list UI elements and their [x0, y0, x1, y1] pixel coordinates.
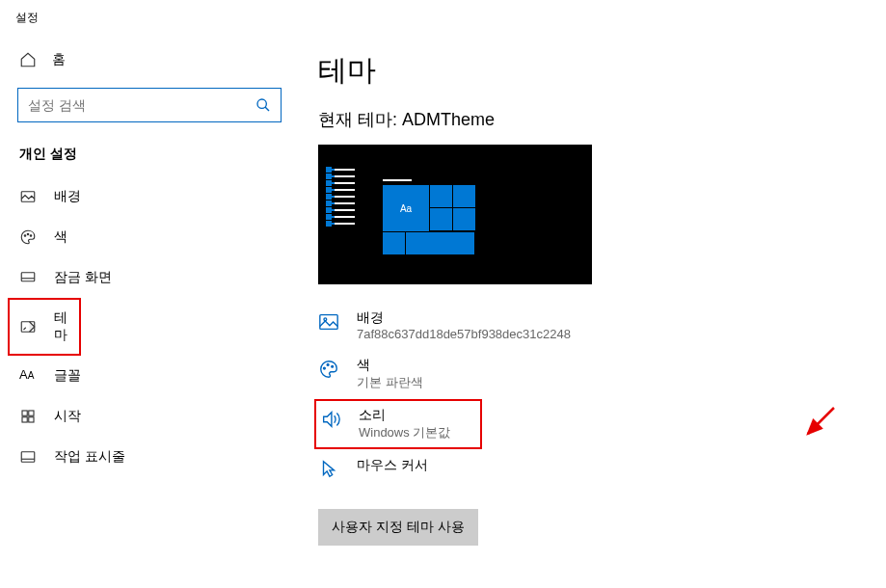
sidebar-item-label: 배경 — [54, 188, 81, 205]
palette-icon — [19, 228, 37, 246]
sidebar-item-lockscreen[interactable]: 잠금 화면 — [0, 257, 299, 298]
search-icon — [255, 97, 271, 113]
image-icon — [318, 311, 339, 333]
theme-option-background[interactable]: 배경 7af88c637dd18de57bf938dec31c2248 — [318, 302, 867, 349]
start-icon — [19, 408, 37, 425]
main-content: 테마 현재 테마: ADMTheme Aa — [299, 32, 886, 588]
sidebar-item-label: 테마 — [54, 309, 67, 344]
home-button[interactable]: 홈 — [0, 41, 299, 78]
svg-point-3 — [24, 235, 26, 237]
arrow-annotation — [800, 403, 839, 441]
svg-point-19 — [332, 365, 334, 367]
page-title: 테마 — [318, 51, 867, 91]
svg-rect-11 — [22, 417, 27, 422]
section-header: 개인 설정 — [0, 132, 299, 176]
font-icon: AA — [19, 367, 37, 385]
image-icon — [19, 188, 37, 205]
lock-screen-icon — [19, 269, 37, 286]
taskbar-icon — [19, 448, 37, 466]
sidebar-item-color[interactable]: 색 — [0, 217, 299, 257]
svg-point-4 — [27, 233, 29, 235]
svg-rect-15 — [320, 315, 337, 330]
sidebar-item-taskbar[interactable]: 작업 표시줄 — [0, 437, 299, 477]
sidebar-item-label: 잠금 화면 — [54, 269, 112, 286]
sidebar-item-label: 작업 표시줄 — [54, 448, 125, 466]
option-title: 배경 — [357, 309, 571, 327]
current-theme-label: 현재 테마: ADMTheme — [318, 108, 867, 131]
svg-point-18 — [327, 364, 329, 366]
svg-point-17 — [324, 367, 326, 369]
svg-point-0 — [257, 99, 266, 108]
option-title: 소리 — [359, 407, 450, 424]
theme-option-sound[interactable]: 소리 Windows 기본값 — [314, 399, 482, 449]
theme-preview: Aa — [318, 145, 592, 284]
theme-icon — [19, 318, 37, 335]
option-sub: 7af88c637dd18de57bf938dec31c2248 — [357, 327, 571, 341]
custom-theme-button[interactable]: 사용자 지정 테마 사용 — [318, 509, 478, 546]
svg-point-5 — [30, 235, 32, 237]
option-title: 마우스 커서 — [357, 457, 428, 474]
sidebar-item-label: 글꼴 — [54, 367, 81, 385]
sidebar-item-label: 색 — [54, 228, 67, 246]
home-label: 홈 — [52, 51, 66, 68]
svg-rect-9 — [22, 411, 27, 415]
svg-rect-10 — [29, 411, 34, 415]
theme-option-color[interactable]: 색 기본 파란색 — [318, 349, 867, 399]
sidebar: 홈 개인 설정 배경 색 — [0, 32, 299, 588]
search-input[interactable] — [28, 97, 255, 113]
svg-rect-12 — [29, 417, 34, 422]
home-icon — [19, 51, 37, 68]
search-input-container[interactable] — [17, 88, 282, 122]
option-title: 색 — [357, 357, 423, 374]
sidebar-item-label: 시작 — [54, 408, 81, 425]
option-sub: Windows 기본값 — [359, 424, 450, 441]
sidebar-item-start[interactable]: 시작 — [0, 396, 299, 437]
sound-icon — [320, 409, 341, 430]
option-sub: 기본 파란색 — [357, 374, 423, 391]
svg-line-1 — [265, 107, 269, 111]
svg-line-21 — [808, 408, 834, 434]
palette-icon — [318, 359, 339, 380]
sidebar-item-background[interactable]: 배경 — [0, 176, 299, 217]
svg-rect-6 — [21, 273, 35, 281]
sidebar-item-font[interactable]: AA 글꼴 — [0, 356, 299, 396]
theme-option-cursor[interactable]: 마우스 커서 — [318, 449, 867, 488]
cursor-icon — [318, 459, 339, 480]
sidebar-item-theme[interactable]: 테마 — [8, 298, 81, 356]
preview-aa: Aa — [383, 185, 429, 231]
window-title: 설정 — [0, 0, 886, 32]
svg-rect-13 — [21, 452, 35, 463]
